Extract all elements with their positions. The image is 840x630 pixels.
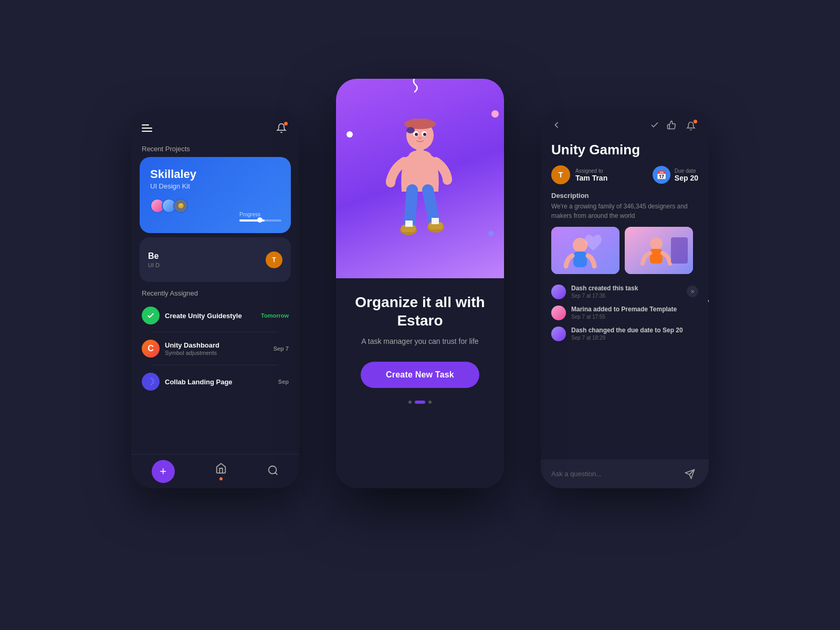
svg-line-1 [276,472,278,475]
svg-rect-19 [405,220,413,227]
svg-point-26 [650,237,663,250]
recently-assigned-label: Recently Assigned [142,287,289,301]
dot-1 [408,401,412,404]
svg-point-5 [406,127,415,133]
secondary-sub: UI D [148,262,160,268]
task-name-2: Unity Dashboard [165,341,219,349]
svg-rect-27 [650,249,663,264]
task-name-3: Collab Landing Page [165,378,233,386]
hero-dot-blue [488,231,494,236]
secondary-avatar: T [266,251,282,268]
activity-item-3: Dash changed the due date to Sep 20 Sep … [541,323,709,344]
task-item-3[interactable]: ☽ Collab Landing Page Sep [142,368,289,396]
description-section: Description We're a growing family of 34… [541,192,709,220]
right-notif-icon[interactable] [684,119,698,133]
description-text: We're a growing family of 346,345 design… [551,202,698,220]
thumbnail-2[interactable] [625,227,693,274]
menu-icon[interactable] [142,124,152,132]
hero-dot-pink [491,110,499,118]
dot-3 [428,401,432,404]
activity-time-3: Sep 7 at 18:29 [571,335,683,341]
attachment-images [541,227,709,274]
activity-avatar-marina [551,306,566,320]
search-nav[interactable] [267,465,279,478]
description-label: Description [551,192,698,200]
svg-point-14 [443,175,452,185]
character-illustration [368,100,472,257]
project-avatars: 😊 [150,198,280,213]
assignee-avatar: T [551,165,570,184]
secondary-title: Be [148,251,160,261]
recently-assigned-section: Recently Assigned Create Unity Guidestyl… [131,282,299,399]
ask-placeholder: Ask a question... [551,470,602,478]
carousel-dots [408,401,432,404]
task-item-2[interactable]: C Unity Dashboard Symbol adjustments Sep… [142,334,289,363]
left-phone: Recent Projects Skillaley UI Design Kit … [131,110,299,488]
svg-rect-4 [410,119,430,128]
hero-dot-white [346,131,353,138]
svg-rect-20 [432,218,439,224]
task-icon-purple: ☽ [142,373,160,391]
task-icon-check [142,307,160,324]
activity-time-2: Sep 7 at 17:55 [571,314,677,320]
add-button[interactable]: + [152,460,175,483]
right-phone: Unity Gaming T Assigned to Tam Tran 📅 Du… [541,110,709,488]
calendar-icon: 📅 [653,166,670,184]
task-sub-2: Symbol adjustments [165,350,219,356]
activity-text-3: Dash changed the due date to Sep 20 [571,327,683,334]
activity-avatar-dash [551,285,566,299]
home-nav[interactable] [215,463,227,480]
right-actions [650,119,698,133]
notification-icon[interactable] [274,121,289,135]
bottom-nav: + [131,454,299,488]
squiggle-decoration [404,79,425,98]
task-name-1: Create Unity Guidestyle [165,312,242,320]
activity-item-1: Dash created this task Sep 7 at 17:36 ✕ [541,281,709,302]
center-content: Organize it all with Estaro A task manag… [336,278,504,416]
svg-point-10 [418,137,422,139]
assignee-name: Tam Tran [575,174,647,182]
center-subtext: A task manager you can trust for life [361,336,478,347]
right-header [541,110,709,142]
dot-active [415,401,425,404]
project-title: Skillaley [150,167,280,181]
activity-text-2: Marina added to Premade Template [571,306,677,313]
task-date-1: Tomorrow [261,312,289,319]
like-action[interactable] [667,120,676,132]
center-phone: Organize it all with Estaro A task manag… [336,79,504,488]
avatar-3: 😊 [173,198,188,213]
check-action[interactable] [650,120,659,132]
svg-rect-28 [671,237,688,264]
due-date-chip: 📅 Due date Sep 20 [653,166,698,184]
task-item-1[interactable]: Create Unity Guidestyle Tomorrow [142,301,289,330]
task-date-3: Sep [278,379,289,385]
svg-point-0 [269,466,277,474]
left-header [131,110,299,141]
activity-dismiss-1[interactable]: ✕ [687,286,698,297]
project-card-secondary[interactable]: Be UI D T [140,237,291,282]
activity-time-1: Sep 7 at 17:36 [571,293,638,299]
svg-point-9 [423,133,426,136]
assigned-due-row: T Assigned to Tam Tran 📅 Due date Sep 20 [541,165,709,184]
due-date-value: Sep 20 [675,174,698,182]
activity-text-1: Dash created this task [571,285,638,292]
hero-section [336,79,504,278]
project-card-primary[interactable]: Skillaley UI Design Kit 😊 Progress [140,157,291,233]
task-icon-orange: C [142,340,160,358]
back-button[interactable] [551,120,562,133]
create-new-task-button[interactable]: Create New Task [361,362,479,388]
progress-bar [239,219,281,222]
svg-point-13 [386,178,395,187]
svg-rect-24 [573,251,587,267]
due-label: Due date [675,168,698,174]
task-title: Unity Gaming [541,142,709,158]
task-date-2: Sep 7 [274,345,289,352]
center-headline: Organize it all with Estaro [349,293,491,330]
svg-point-8 [415,133,418,136]
assignee-info: Assigned to Tam Tran [575,168,647,182]
ask-question-input[interactable]: Ask a question... [541,459,709,488]
send-button[interactable] [681,466,698,482]
svg-rect-22 [551,227,620,274]
thumbnail-1[interactable] [551,227,620,274]
activity-avatar-dash-2 [551,327,566,341]
